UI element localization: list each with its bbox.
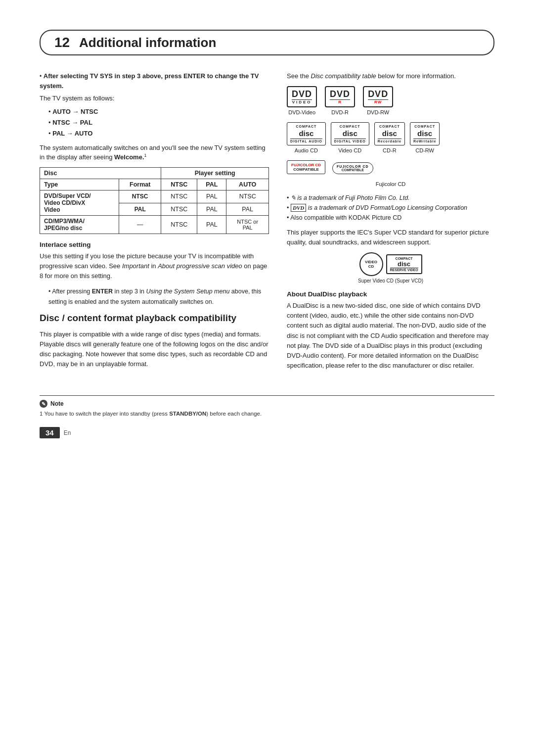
about-dualdisc-body: A DualDisc is a new two-sided disc, one … bbox=[287, 301, 494, 371]
note-text: 1 You have to switch the player into sta… bbox=[40, 410, 494, 418]
fujicolor-label: Fujicolor CD bbox=[287, 181, 494, 187]
table-th-auto: AUTO bbox=[226, 179, 269, 190]
interlace-bullet: After pressing ENTER in step 3 in Using … bbox=[48, 286, 269, 308]
tm-kodak: Also compatible with KODAK Picture CD bbox=[287, 213, 494, 223]
table-col-disc: Disc bbox=[40, 168, 161, 179]
interlace-title: Interlace setting bbox=[40, 241, 269, 248]
dvd-rw-label: DVD-RW bbox=[367, 109, 389, 115]
chapter-number: 12 bbox=[54, 35, 70, 50]
left-column: • After selecting TV SYS in step 3 above… bbox=[40, 71, 269, 376]
note-icon: ✎ bbox=[40, 400, 47, 408]
table-row: CD/MP3/WMA/JPEG/no disc — NTSC PAL NTSC … bbox=[40, 216, 269, 234]
table-th-format: Format bbox=[119, 179, 161, 190]
chapter-header: 12 Additional information bbox=[40, 30, 494, 55]
tv-system-table: Disc Player setting Type Format NTSC PAL… bbox=[40, 167, 269, 234]
fujicolor-logos: FUJICOLOR CD COMPATIBLE FUJICOLOR CD COM… bbox=[287, 160, 494, 174]
tv-sys-heading: After selecting TV SYS in step 3 above, … bbox=[40, 72, 259, 90]
interlace-body: Use this setting if you lose the picture… bbox=[40, 251, 269, 281]
dvd-logos: DVD VIDEO DVD-Video DVD R DVD-R DVD RW bbox=[287, 86, 494, 115]
disc-section-title: Disc / content format playback compatibi… bbox=[40, 312, 269, 325]
fujicolor-logo2: FUJICOLOR CD COMPATIBLE bbox=[332, 162, 373, 174]
page-number: 34 bbox=[40, 427, 60, 438]
super-vcd-body: This player supports the IEC's Super VCD… bbox=[287, 228, 494, 247]
bullet-pal-auto: PAL → AUTO bbox=[48, 128, 269, 139]
dvd-video-label: DVD-Video bbox=[288, 109, 315, 115]
see-disc-table: See the Disc compatibility table below f… bbox=[287, 71, 494, 81]
cd-logos: COMPACT disc DIGITAL AUDIO Audio CD COMP… bbox=[287, 122, 494, 153]
table-th-type: Type bbox=[40, 179, 119, 190]
table-col-player: Player setting bbox=[161, 168, 269, 179]
audio-cd-logo: COMPACT disc DIGITAL AUDIO Audio CD bbox=[287, 122, 326, 153]
dvd-rw-logo: DVD RW DVD-RW bbox=[363, 86, 393, 115]
note-header: ✎ Note bbox=[40, 400, 494, 408]
tv-sys-body: The system automatically switches on and… bbox=[40, 143, 269, 162]
about-dualdisc-title: About DualDisc playback bbox=[287, 290, 494, 298]
super-vcd-logo: VIDEOCD COMPACT disc RESERVE VIDEO bbox=[359, 252, 422, 276]
right-column: See the Disc compatibility table below f… bbox=[287, 71, 494, 376]
main-content: • After selecting TV SYS in step 3 above… bbox=[40, 71, 494, 376]
page-lang: En bbox=[64, 429, 71, 436]
disc-body: This player is compatible with a wide ra… bbox=[40, 330, 269, 370]
super-vcd-label: Super Video CD (Super VCD) bbox=[358, 278, 423, 284]
chapter-title: Additional information bbox=[79, 35, 216, 50]
interlace-bullet-list: After pressing ENTER in step 3 in Using … bbox=[40, 286, 269, 308]
cd-rw-logo: COMPACT disc ReWritable CD-RW bbox=[410, 122, 440, 153]
interlace-section: Interlace setting Use this setting if yo… bbox=[40, 241, 269, 307]
dvd-r-label: DVD-R bbox=[331, 109, 349, 115]
bullet-ntsc-pal: NTSC → PAL bbox=[48, 117, 269, 128]
tv-sys-section: • After selecting TV SYS in step 3 above… bbox=[40, 71, 269, 162]
fujicolor-logo1: FUJICOLOR CD COMPATIBLE bbox=[287, 160, 325, 174]
note-label: Note bbox=[50, 400, 64, 407]
tm-dvd: DVD is a trademark of DVD Format/Logo Li… bbox=[287, 203, 494, 213]
svcd-disc: COMPACT disc RESERVE VIDEO bbox=[386, 254, 422, 274]
super-vcd-logo-area: VIDEOCD COMPACT disc RESERVE VIDEO Super… bbox=[287, 252, 494, 284]
table-th-ntsc: NTSC bbox=[161, 179, 197, 190]
bullet-auto-ntsc: AUTO → NTSC bbox=[48, 106, 269, 117]
table-th-pal: PAL bbox=[197, 179, 226, 190]
dvd-r-logo: DVD R DVD-R bbox=[325, 86, 355, 115]
svcd-circle-logo: VIDEOCD bbox=[359, 252, 383, 276]
note-area: ✎ Note 1 You have to switch the player i… bbox=[40, 395, 494, 418]
trademark-list: ✎ is a trademark of Fuji Photo Film Co. … bbox=[287, 193, 494, 223]
tm-fuji: ✎ is a trademark of Fuji Photo Film Co. … bbox=[287, 193, 494, 203]
video-cd-logo: COMPACT disc DIGITAL VIDEO Video CD bbox=[331, 122, 369, 153]
dvd-video-logo: DVD VIDEO DVD-Video bbox=[287, 86, 317, 115]
tv-sys-follows: The TV system as follows: bbox=[40, 94, 269, 103]
table-row: DVD/Super VCD/Video CD/DivXVideo NTSC NT… bbox=[40, 190, 269, 203]
page-footer: 34 En bbox=[40, 427, 494, 438]
tv-sys-bullet-list: AUTO → NTSC NTSC → PAL PAL → AUTO bbox=[40, 106, 269, 139]
cd-r-logo: COMPACT disc Recordable CD-R bbox=[374, 122, 405, 153]
